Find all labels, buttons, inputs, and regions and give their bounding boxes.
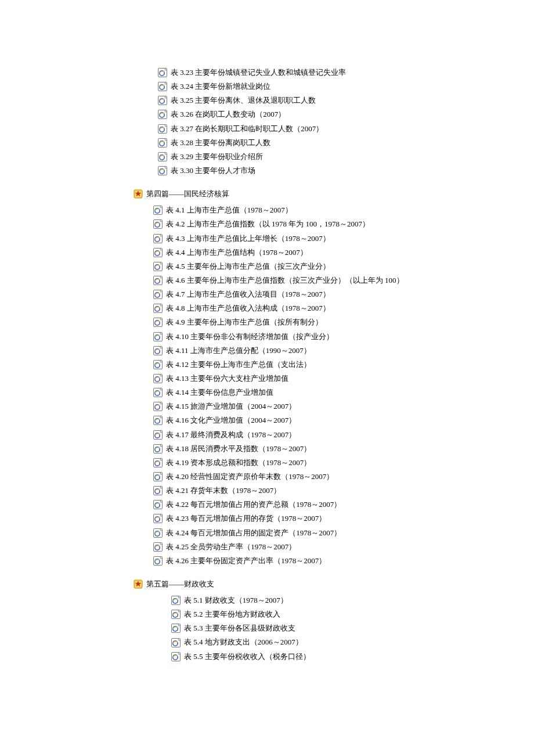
- list-item[interactable]: 表 4.13 主要年份六大支柱产业增加值: [153, 372, 534, 386]
- entry-link[interactable]: 表 4.25 全员劳动生产率（1978～2007）: [166, 541, 296, 553]
- list-item[interactable]: 表 4.8 上海市生产总值收入法构成（1978～2007）: [153, 301, 534, 315]
- list-item[interactable]: 表 3.26 在岗职工人数变动（2007）: [158, 107, 534, 121]
- entry-link[interactable]: 表 3.28 主要年份离岗职工人数: [171, 137, 270, 149]
- list-item[interactable]: 表 4.18 居民消费水平及指数（1978～2007）: [153, 442, 534, 456]
- entry-link[interactable]: 表 4.10 主要年份非公有制经济增加值（按产业分）: [166, 331, 334, 343]
- entry-link[interactable]: 表 5.4 地方财政支出（2006～2007）: [184, 636, 303, 648]
- entry-link[interactable]: 表 4.17 最终消费及构成（1978～2007）: [166, 429, 296, 441]
- entry-link[interactable]: 表 3.24 主要年份新增就业岗位: [171, 81, 270, 92]
- entry-link[interactable]: 表 4.11 上海市生产总值分配（1990～2007）: [166, 345, 311, 357]
- list-item[interactable]: 表 4.22 每百元增加值占用的资产总额（1978～2007）: [153, 498, 534, 512]
- ie-page-icon: [153, 374, 163, 383]
- folder-star-icon: [134, 579, 143, 589]
- ie-page-icon: [171, 624, 181, 633]
- entry-link[interactable]: 表 4.7 上海市生产总值收入法项目（1978～2007）: [166, 289, 330, 300]
- list-item[interactable]: 表 4.17 最终消费及构成（1978～2007）: [153, 428, 534, 442]
- list-item[interactable]: 表 3.30 主要年份人才市场: [158, 164, 534, 178]
- list-item[interactable]: 表 4.15 旅游产业增加值（2004～2007）: [153, 399, 534, 413]
- list-item[interactable]: 表 3.25 主要年份离休、退休及退职职工人数: [158, 93, 534, 107]
- list-item[interactable]: 表 4.4 上海市生产总值结构（1978～2007）: [153, 246, 534, 260]
- entry-link[interactable]: 表 4.5 主要年份上海市生产总值（按三次产业分）: [166, 261, 330, 272]
- list-item[interactable]: 表 4.16 文化产业增加值（2004～2007）: [153, 413, 534, 427]
- entry-link[interactable]: 表 4.14 主要年份信息产业增加值: [166, 387, 273, 398]
- list-item[interactable]: 表 4.6 主要年份上海市生产总值指数（按三次产业分）（以上年为 100）: [153, 273, 534, 287]
- entry-link[interactable]: 表 4.18 居民消费水平及指数（1978～2007）: [166, 443, 311, 455]
- list-item[interactable]: 表 4.24 每百元增加值占用的固定资产（1978～2007）: [153, 526, 534, 540]
- ie-page-icon: [158, 110, 167, 119]
- list-item[interactable]: 表 5.5 主要年份税收收入（税务口径）: [171, 650, 534, 664]
- entry-link[interactable]: 表 3.27 在岗长期职工和临时职工人数（2007）: [171, 123, 323, 135]
- list-item[interactable]: 表 3.28 主要年份离岗职工人数: [158, 136, 534, 150]
- entry-link[interactable]: 表 4.6 主要年份上海市生产总值指数（按三次产业分）（以上年为 100）: [166, 275, 404, 286]
- entry-link[interactable]: 表 4.12 主要年份上海市生产总值（支出法）: [166, 359, 311, 370]
- ie-page-icon: [153, 416, 163, 425]
- section4-list: 表 4.1 上海市生产总值（1978～2007） 表 4.2 上海市生产总值指数…: [153, 203, 534, 568]
- ie-page-icon: [153, 514, 163, 523]
- entry-link[interactable]: 表 4.8 上海市生产总值收入法构成（1978～2007）: [166, 303, 330, 314]
- section4-header[interactable]: 第四篇——国民经济核算: [134, 188, 534, 200]
- ie-page-icon: [153, 234, 163, 243]
- list-item[interactable]: 表 4.25 全员劳动生产率（1978～2007）: [153, 540, 534, 554]
- section5-header[interactable]: 第五篇——财政收支: [134, 578, 534, 590]
- list-item[interactable]: 表 4.12 主要年份上海市生产总值（支出法）: [153, 358, 534, 372]
- list-item[interactable]: 表 4.3 上海市生产总值比上年增长（1978～2007）: [153, 232, 534, 246]
- entry-link[interactable]: 表 4.26 主要年份固定资产产出率（1978～2007）: [166, 555, 326, 567]
- ie-page-icon: [171, 610, 181, 619]
- ie-page-icon: [153, 318, 163, 327]
- list-item[interactable]: 表 5.2 主要年份地方财政收入: [171, 607, 534, 621]
- entry-link[interactable]: 表 4.16 文化产业增加值（2004～2007）: [166, 415, 296, 426]
- entry-link[interactable]: 表 4.1 上海市生产总值（1978～2007）: [166, 204, 293, 216]
- entry-link[interactable]: 表 4.13 主要年份六大支柱产业增加值: [166, 373, 288, 384]
- list-item[interactable]: 表 5.1 财政收支（1978～2007）: [171, 593, 534, 607]
- list-item[interactable]: 表 3.27 在岗长期职工和临时职工人数（2007）: [158, 122, 534, 136]
- entry-link[interactable]: 表 4.23 每百元增加值占用的存货（1978～2007）: [166, 513, 326, 524]
- ie-page-icon: [158, 124, 167, 134]
- ie-page-icon: [153, 472, 163, 481]
- entry-link[interactable]: 表 3.23 主要年份城镇登记失业人数和城镇登记失业率: [171, 67, 346, 78]
- list-item[interactable]: 表 5.3 主要年份各区县级财政收支: [171, 621, 534, 635]
- list-item[interactable]: 表 5.4 地方财政支出（2006～2007）: [171, 635, 534, 649]
- ie-page-icon: [153, 430, 163, 440]
- entry-link[interactable]: 表 3.29 主要年份职业介绍所: [171, 151, 263, 163]
- list-item[interactable]: 表 4.7 上海市生产总值收入法项目（1978～2007）: [153, 287, 534, 301]
- list-item[interactable]: 表 4.11 上海市生产总值分配（1990～2007）: [153, 344, 534, 358]
- entry-link[interactable]: 表 3.25 主要年份离休、退休及退职职工人数: [171, 95, 316, 106]
- entry-link[interactable]: 表 4.21 存货年末数（1978～2007）: [166, 485, 281, 496]
- list-item[interactable]: 表 4.9 主要年份上海市生产总值（按所有制分）: [153, 315, 534, 329]
- entry-link[interactable]: 表 5.2 主要年份地方财政收入: [184, 609, 280, 620]
- entry-link[interactable]: 表 4.24 每百元增加值占用的固定资产（1978～2007）: [166, 527, 341, 539]
- list-item[interactable]: 表 4.1 上海市生产总值（1978～2007）: [153, 203, 534, 217]
- list-item[interactable]: 表 4.14 主要年份信息产业增加值: [153, 386, 534, 399]
- entry-link[interactable]: 表 4.3 上海市生产总值比上年增长（1978～2007）: [166, 233, 330, 244]
- entry-link[interactable]: 表 4.19 资本形成总额和指数（1978～2007）: [166, 457, 311, 469]
- entry-link[interactable]: 表 4.22 每百元增加值占用的资产总额（1978～2007）: [166, 499, 341, 510]
- ie-page-icon: [171, 638, 181, 647]
- entry-link[interactable]: 表 3.30 主要年份人才市场: [171, 165, 255, 177]
- entry-link[interactable]: 表 4.4 上海市生产总值结构（1978～2007）: [166, 247, 308, 258]
- entry-link[interactable]: 表 4.15 旅游产业增加值（2004～2007）: [166, 401, 296, 412]
- ie-page-icon: [153, 332, 163, 341]
- list-item[interactable]: 表 3.24 主要年份新增就业岗位: [158, 80, 534, 93]
- ie-page-icon: [153, 262, 163, 271]
- ie-page-icon: [158, 152, 167, 161]
- entry-link[interactable]: 表 3.26 在岗职工人数变动（2007）: [171, 109, 286, 120]
- entry-link[interactable]: 表 5.1 财政收支（1978～2007）: [184, 595, 288, 606]
- entry-link[interactable]: 表 5.5 主要年份税收收入（税务口径）: [184, 651, 311, 663]
- ie-page-icon: [153, 542, 163, 552]
- ie-page-icon: [171, 652, 181, 661]
- list-item[interactable]: 表 4.19 资本形成总额和指数（1978～2007）: [153, 456, 534, 470]
- list-item[interactable]: 表 4.26 主要年份固定资产产出率（1978～2007）: [153, 554, 534, 568]
- list-item[interactable]: 表 4.23 每百元增加值占用的存货（1978～2007）: [153, 512, 534, 525]
- list-item[interactable]: 表 4.21 存货年末数（1978～2007）: [153, 484, 534, 498]
- list-item[interactable]: 表 4.5 主要年份上海市生产总值（按三次产业分）: [153, 260, 534, 273]
- entry-link[interactable]: 表 4.9 主要年份上海市生产总值（按所有制分）: [166, 316, 323, 328]
- list-item[interactable]: 表 4.20 经营性固定资产原价年末数（1978～2007）: [153, 470, 534, 484]
- entry-link[interactable]: 表 5.3 主要年份各区县级财政收支: [184, 622, 295, 634]
- list-item[interactable]: 表 3.23 主要年份城镇登记失业人数和城镇登记失业率: [158, 66, 534, 80]
- entry-link[interactable]: 表 4.20 经营性固定资产原价年末数（1978～2007）: [166, 471, 334, 483]
- list-item[interactable]: 表 4.2 上海市生产总值指数（以 1978 年为 100，1978～2007）: [153, 217, 534, 231]
- entry-link[interactable]: 表 4.2 上海市生产总值指数（以 1978 年为 100，1978～2007）: [166, 218, 370, 230]
- list-item[interactable]: 表 4.10 主要年份非公有制经济增加值（按产业分）: [153, 330, 534, 344]
- list-item[interactable]: 表 3.29 主要年份职业介绍所: [158, 150, 534, 164]
- ie-page-icon: [158, 166, 167, 175]
